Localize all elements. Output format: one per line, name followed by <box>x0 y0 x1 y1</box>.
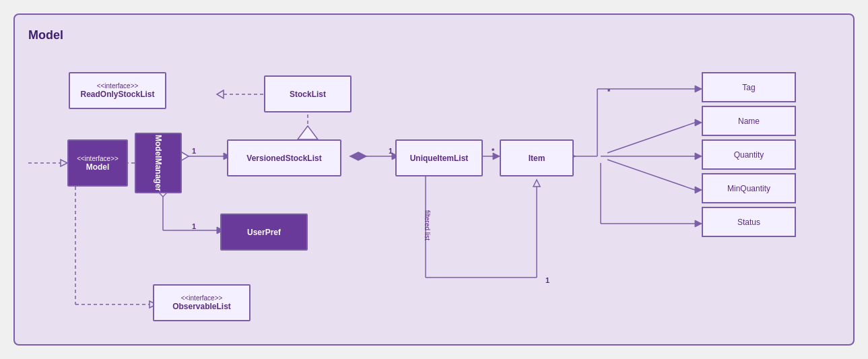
svg-marker-38 <box>695 187 702 193</box>
mult-uil-1: 1 <box>389 147 393 155</box>
label-modelmanager: ModelManager <box>154 135 163 191</box>
mult-item-1: 1 <box>545 276 549 284</box>
stereotype-readonly: <<interface>> <box>97 82 139 90</box>
svg-marker-36 <box>695 153 702 160</box>
box-observable-list: <<interface>> ObservableList <box>153 284 251 321</box>
attr-status-label: Status <box>737 218 760 227</box>
svg-line-33 <box>607 123 695 153</box>
attr-quantity: Quantity <box>702 139 796 170</box>
box-unique-item-list: UniqueItemList <box>395 139 483 176</box>
diagram-title: Model <box>28 28 840 42</box>
box-readonly-stocklist: <<interface>> ReadOnlyStockList <box>69 72 166 109</box>
box-item: Item <box>500 139 574 176</box>
svg-marker-41 <box>695 220 702 227</box>
box-interface-model: <<interface>> Model <box>67 139 128 187</box>
attr-quantity-label: Quantity <box>734 150 764 160</box>
filtered-list-label: filtered list <box>424 210 431 240</box>
svg-line-37 <box>607 160 695 190</box>
box-stocklist: StockList <box>264 75 352 112</box>
mult-item-star: * <box>607 88 610 96</box>
attr-name: Name <box>702 106 796 136</box>
svg-marker-32 <box>695 86 702 92</box>
attr-tag: Tag <box>702 72 796 102</box>
box-versioned-stocklist: VersionedStockList <box>227 139 341 176</box>
svg-marker-1 <box>61 160 67 166</box>
stereotype-observable: <<interface>> <box>181 294 223 302</box>
box-model-manager: ModelManager <box>135 133 182 193</box>
label-model: Model <box>86 162 110 172</box>
svg-marker-34 <box>695 119 702 126</box>
svg-marker-27 <box>533 180 540 187</box>
label-versioned: VersionedStockList <box>246 154 321 163</box>
attr-tag-label: Tag <box>742 83 755 92</box>
attr-minquantity-label: MinQuantity <box>727 184 770 193</box>
label-readonly: ReadOnlyStockList <box>80 90 154 99</box>
label-observable: ObservableList <box>172 302 231 311</box>
label-userpref: UserPref <box>247 228 281 237</box>
label-item: Item <box>529 154 545 163</box>
label-uil: UniqueItemList <box>410 154 469 163</box>
mult-vsl-1: 1 <box>192 147 196 155</box>
mult-userpref-1: 1 <box>192 222 196 230</box>
svg-marker-8 <box>298 126 318 139</box>
stereotype-model: <<interface>> <box>77 155 119 162</box>
attr-status: Status <box>702 207 796 237</box>
svg-marker-6 <box>217 90 224 98</box>
box-userpref: UserPref <box>220 214 308 251</box>
mult-uil-star: * <box>492 147 494 155</box>
attr-minquantity: MinQuantity <box>702 173 796 203</box>
label-stocklist: StockList <box>290 90 326 99</box>
attr-name-label: Name <box>738 117 760 126</box>
diagram-container: Model <box>13 13 855 346</box>
svg-marker-19 <box>350 152 366 160</box>
